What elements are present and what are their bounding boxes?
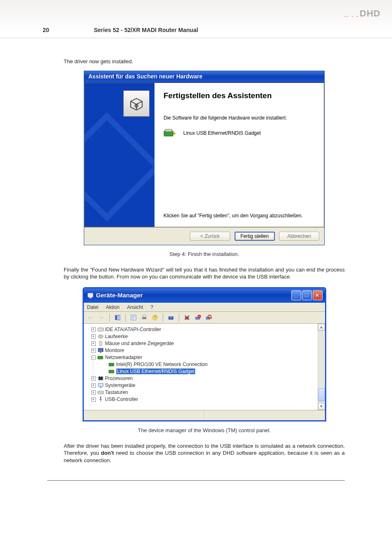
- keyboard-icon: [97, 389, 104, 395]
- wizard-instruction: Klicken Sie auf "Fertig stellen", um den…: [164, 151, 316, 222]
- page-number: 20: [0, 27, 92, 33]
- tree-prozessoren[interactable]: Prozessoren: [105, 375, 133, 381]
- processor-icon: [97, 375, 104, 381]
- network-card-icon: [108, 362, 115, 367]
- wizard-dialog: Assistent für das Suchen neuer Hardware …: [84, 71, 325, 245]
- svg-rect-5: [89, 297, 92, 298]
- caption-step4: Step 4: Finish the installation.: [64, 251, 345, 257]
- hardware-box-icon: [123, 90, 150, 117]
- svg-rect-6: [115, 315, 117, 320]
- close-button[interactable]: ×: [313, 290, 323, 300]
- disable-icon[interactable]: [193, 313, 202, 322]
- menu-aktion[interactable]: Aktion: [106, 304, 120, 310]
- svg-rect-7: [118, 315, 120, 320]
- svg-rect-4: [88, 293, 93, 297]
- svg-rect-26: [114, 364, 115, 365]
- svg-rect-2: [165, 129, 172, 131]
- tree-usb-controller[interactable]: USB-Controller: [105, 396, 138, 402]
- scan-hardware-icon[interactable]: [204, 313, 213, 322]
- mouse-icon: [97, 341, 104, 346]
- network-adapter-icon: [164, 128, 176, 138]
- svg-rect-27: [109, 370, 114, 373]
- svg-point-20: [98, 335, 103, 338]
- forward-icon[interactable]: →: [97, 313, 106, 322]
- status-bar: [84, 410, 325, 420]
- uninstall-icon[interactable]: [182, 313, 191, 322]
- svg-rect-24: [103, 357, 104, 358]
- maximize-button[interactable]: □: [302, 290, 312, 300]
- menu-help[interactable]: ?: [150, 304, 153, 310]
- svg-rect-23: [98, 356, 103, 359]
- intro-text: The driver now gets installed.: [64, 58, 345, 65]
- svg-text:?: ?: [154, 315, 156, 320]
- caption-device-manager: The device manager of the Windows (TM) c…: [64, 427, 345, 433]
- ide-controller-icon: [97, 327, 104, 332]
- svg-point-33: [100, 396, 101, 398]
- help-icon[interactable]: ?: [150, 313, 159, 322]
- back-icon[interactable]: ←: [86, 313, 95, 322]
- device-tree[interactable]: +IDE ATA/ATAPI-Controller +Laufwerke +Mä…: [84, 324, 318, 410]
- device-manager-title: Geräte-Manager: [96, 292, 291, 299]
- svg-rect-31: [100, 387, 101, 388]
- properties-icon[interactable]: [129, 313, 138, 322]
- footer-rule: [47, 480, 345, 481]
- tree-rndis-gadget[interactable]: Linux USB Ethernet/RNDIS Gadget: [116, 368, 196, 374]
- network-card-icon: [108, 368, 115, 374]
- menu-bar: Datei Aktion Ansicht ?: [84, 303, 325, 312]
- wizard-device-name: Linux USB Ethernet/RNDIS Gadget: [183, 130, 261, 136]
- wizard-heading: Fertigstellen des Assistenten: [164, 91, 316, 100]
- svg-rect-28: [114, 371, 115, 372]
- back-button[interactable]: < Zurück: [190, 232, 230, 241]
- svg-rect-21: [98, 348, 103, 352]
- show-hide-tree-icon[interactable]: [113, 313, 122, 322]
- brand-dots-icon: .. . .: [344, 12, 359, 18]
- tree-intel-nic[interactable]: Intel(R) PRO/100 VE Network Connection: [116, 362, 208, 367]
- wizard-subtext: Die Software für die folgende Hardware w…: [164, 115, 316, 121]
- svg-rect-3: [173, 132, 175, 135]
- brand-logo: .. . .DHD: [344, 8, 380, 19]
- scroll-thumb[interactable]: [318, 388, 325, 401]
- minimize-button[interactable]: _: [291, 290, 301, 300]
- print-icon[interactable]: [140, 313, 149, 322]
- wizard-titlebar: Assistent für das Suchen neuer Hardware: [84, 71, 324, 83]
- system-devices-icon: [97, 382, 104, 388]
- drive-icon: [97, 334, 104, 339]
- usb-controller-icon: [97, 396, 104, 402]
- menu-ansicht[interactable]: Ansicht: [127, 304, 143, 310]
- scroll-up-icon[interactable]: ▲: [318, 324, 325, 331]
- tree-monitore[interactable]: Monitore: [105, 348, 125, 353]
- tree-laufwerke[interactable]: Laufwerke: [105, 334, 128, 339]
- toolbar: ← → ?: [84, 312, 325, 324]
- tree-ide-controller[interactable]: IDE ATA/ATAPI-Controller: [105, 327, 161, 332]
- end-paragraph: After the driver has been installed prop…: [64, 442, 345, 464]
- header-title: Series 52 - 52/XR MADI Router Manual: [94, 27, 198, 33]
- network-adapters-icon: [97, 355, 104, 360]
- update-driver-icon[interactable]: [166, 313, 175, 322]
- svg-rect-22: [100, 352, 101, 353]
- scroll-down-icon[interactable]: ▼: [318, 403, 325, 410]
- monitor-icon: [97, 348, 104, 353]
- device-manager-icon: [87, 292, 94, 299]
- device-manager-window: Geräte-Manager _ □ × Datei Aktion Ansich…: [83, 287, 326, 421]
- svg-rect-30: [98, 383, 103, 387]
- scrollbar[interactable]: ▲ ▼: [318, 324, 325, 410]
- mid-paragraph: Finally the "Found New Hardware Wizard" …: [64, 266, 345, 281]
- svg-rect-19: [98, 328, 104, 331]
- tree-netzwerk[interactable]: Netzwerkadapter: [105, 355, 143, 360]
- svg-rect-29: [99, 377, 103, 380]
- svg-rect-10: [143, 315, 145, 317]
- tree-systemgeraete[interactable]: Systemgeräte: [105, 382, 136, 388]
- svg-rect-25: [109, 363, 114, 366]
- menu-datei[interactable]: Datei: [87, 304, 99, 310]
- cancel-button[interactable]: Abbrechen: [279, 232, 319, 241]
- tree-tastaturen[interactable]: Tastaturen: [105, 389, 128, 395]
- finish-button[interactable]: Fertig stellen: [235, 232, 275, 241]
- wizard-side-panel: [85, 83, 154, 227]
- tree-mouse[interactable]: Mäuse und andere Zeigegeräte: [105, 341, 174, 346]
